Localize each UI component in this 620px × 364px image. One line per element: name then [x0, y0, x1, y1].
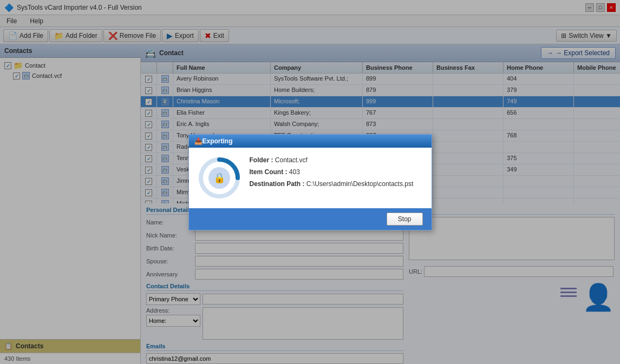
dialog-destination-row: Destination Path : C:\Users\admin\Deskto…: [250, 180, 423, 188]
dialog-destination-label: Destination Path :: [250, 180, 305, 188]
spinner-inner: 🔒: [208, 167, 230, 189]
stop-button[interactable]: Stop: [387, 213, 423, 226]
dialog-footer: Stop: [189, 208, 432, 230]
spinner-container: 🔒: [198, 156, 241, 200]
dialog-title-icon: 📤: [194, 137, 203, 145]
dialog-itemcount-value: 403: [289, 168, 300, 176]
dialog-overlay: 📤 Exporting 🔒 Folder : Contact.vcf: [0, 0, 620, 364]
dialog-folder-value: Contact.vcf: [275, 156, 308, 164]
dialog-info: Folder : Contact.vcf Item Count : 403 De…: [250, 156, 423, 192]
dialog-folder-label: Folder :: [250, 156, 273, 164]
dialog-body: 🔒 Folder : Contact.vcf Item Count : 403 …: [189, 148, 432, 208]
dialog-title-bar: 📤 Exporting: [189, 135, 432, 148]
dialog-folder-row: Folder : Contact.vcf: [250, 156, 423, 164]
dialog-title: Exporting: [203, 137, 233, 145]
exporting-dialog: 📤 Exporting 🔒 Folder : Contact.vcf: [188, 134, 432, 230]
dialog-destination-value: C:\Users\admin\Desktop\contacts.pst: [306, 180, 413, 188]
dialog-itemcount-row: Item Count : 403: [250, 168, 423, 176]
dialog-itemcount-label: Item Count :: [250, 168, 288, 176]
